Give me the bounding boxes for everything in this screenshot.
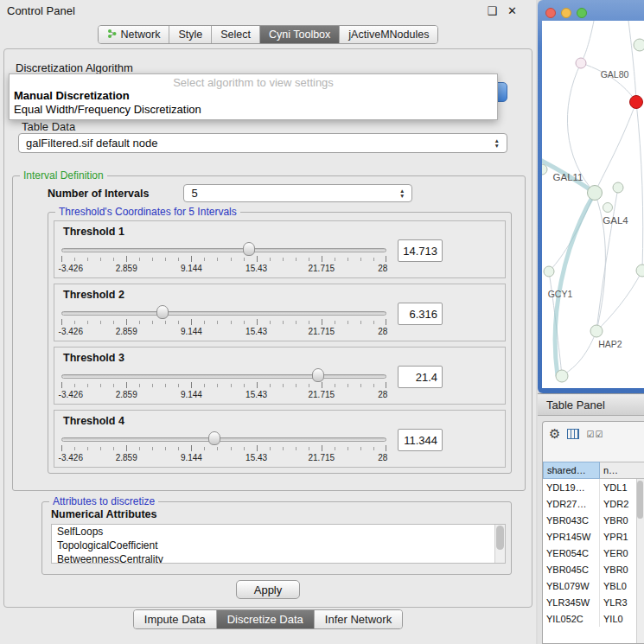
slider-track[interactable] bbox=[61, 374, 386, 379]
algorithm-group-label: Discretization Algorithm bbox=[16, 61, 133, 74]
tab-network[interactable]: Network bbox=[99, 26, 170, 43]
threshold-value-field[interactable]: 6.316 bbox=[398, 303, 443, 325]
top-tabbar: Network Style Select Cyni Toolbox jActiv… bbox=[0, 25, 536, 44]
table-row[interactable]: YDL19…YDL1 bbox=[543, 479, 636, 495]
stepper-icon[interactable]: ▲▼ bbox=[494, 138, 500, 148]
node[interactable] bbox=[613, 182, 623, 193]
tab-impute-data[interactable]: Impute Data bbox=[134, 610, 217, 628]
threshold-slider[interactable]: -3.4262.8599.14415.4321.71528 bbox=[61, 430, 386, 466]
table-header-row: shared… n… bbox=[543, 462, 644, 479]
node-selected-red[interactable] bbox=[630, 96, 643, 109]
node-label: GAL80 bbox=[601, 69, 629, 80]
table-data-label: Table Data bbox=[22, 120, 75, 133]
attributes-title: Attributes to discretize bbox=[49, 495, 158, 507]
close-icon[interactable]: ✕ bbox=[507, 4, 517, 17]
column-header-name[interactable]: n… bbox=[600, 462, 644, 479]
slider-ticks bbox=[61, 321, 386, 324]
tab-infer-network[interactable]: Infer Network bbox=[315, 610, 402, 628]
threshold-panel-3: Threshold 3 -3.4262.8599.14415.4321.7152… bbox=[54, 347, 506, 405]
node-label: HAP2 bbox=[598, 339, 622, 349]
node[interactable] bbox=[636, 265, 644, 277]
attributes-group: Attributes to discretize Numerical Attri… bbox=[41, 495, 512, 575]
interval-definition-group: Interval Definition Number of Intervals … bbox=[12, 169, 526, 491]
node-gal80[interactable] bbox=[576, 58, 586, 68]
threshold-slider[interactable]: -3.4262.8599.14415.4321.71528 bbox=[61, 367, 386, 403]
node-hap2[interactable] bbox=[590, 325, 603, 337]
table-row[interactable]: YER054CYER0 bbox=[543, 545, 636, 561]
network-icon bbox=[107, 29, 117, 41]
list-item[interactable]: TopologicalCoefficient bbox=[52, 539, 505, 552]
threshold-label: Threshold 4 bbox=[63, 415, 498, 427]
node-gal11[interactable] bbox=[542, 164, 547, 175]
table-panel-titlebar: Table Panel bbox=[538, 393, 644, 416]
column-header-shared-name[interactable]: shared… bbox=[543, 462, 600, 479]
table-row[interactable]: YBL079WYBL0 bbox=[543, 577, 636, 594]
number-of-intervals-combo[interactable]: 5 ▲▼ bbox=[183, 184, 412, 202]
screen: Control Panel ❑ ✕ Network Style Select C… bbox=[0, 0, 644, 644]
tab-discretize-data[interactable]: Discretize Data bbox=[217, 610, 315, 628]
threshold-label: Threshold 1 bbox=[63, 226, 498, 238]
table-body: YDL19…YDL1 YDR27…YDR2 YBR043CYBR0 YPR145… bbox=[543, 479, 636, 643]
scrollbar-thumb[interactable] bbox=[496, 526, 504, 550]
threshold-value-field[interactable]: 11.344 bbox=[398, 429, 443, 451]
node[interactable] bbox=[634, 39, 644, 51]
slider-thumb[interactable] bbox=[312, 368, 324, 382]
node-gcy1[interactable] bbox=[544, 266, 554, 277]
slider-thumb[interactable] bbox=[208, 431, 220, 445]
table-row[interactable]: YPR145WYPR1 bbox=[543, 528, 636, 545]
node[interactable] bbox=[556, 370, 568, 382]
list-scrollbar[interactable] bbox=[494, 525, 505, 563]
window-title: Control Panel bbox=[7, 4, 75, 17]
show-columns-icon[interactable] bbox=[567, 429, 579, 439]
table-row[interactable]: YIL052CYIL0 bbox=[543, 610, 636, 627]
algorithm-placeholder-option[interactable]: Select algorithm to view settings bbox=[10, 76, 497, 89]
slider-ticks bbox=[61, 447, 386, 450]
minimize-traffic-icon[interactable] bbox=[561, 8, 571, 18]
stepper-icon[interactable]: ▲▼ bbox=[399, 188, 405, 198]
select-columns-icon[interactable]: ☑☑ bbox=[586, 430, 603, 439]
tab-select[interactable]: Select bbox=[212, 26, 260, 43]
gear-icon[interactable]: ⚙ bbox=[549, 426, 560, 442]
node-gal4[interactable] bbox=[588, 186, 603, 201]
network-canvas[interactable]: GAL80 GAL11 GAL4 GCY1 HAP2 bbox=[542, 21, 644, 388]
algorithm-dropdown-popup: Select algorithm to view settings Manual… bbox=[9, 73, 498, 120]
slider-thumb[interactable] bbox=[243, 242, 255, 256]
threshold-slider[interactable]: -3.4262.8599.14415.4321.71528 bbox=[61, 240, 386, 277]
float-window-icon[interactable]: ❑ bbox=[487, 4, 497, 17]
threshold-slider[interactable]: -3.4262.8599.14415.4321.71528 bbox=[61, 303, 386, 340]
attributes-list: SelfLoops TopologicalCoefficient Between… bbox=[51, 524, 506, 564]
scrollbar-thumb[interactable] bbox=[637, 481, 643, 519]
close-traffic-icon[interactable] bbox=[545, 8, 556, 18]
slider-track[interactable] bbox=[61, 437, 386, 442]
table-row[interactable]: YDR27…YDR2 bbox=[543, 495, 636, 512]
table-row[interactable]: YBR045CYBR0 bbox=[543, 561, 636, 577]
slider-scale: -3.4262.8599.14415.4321.71528 bbox=[61, 327, 386, 337]
algorithm-option-equal-width[interactable]: Equal Width/Frequency Discretization bbox=[10, 103, 497, 117]
threshold-label: Threshold 2 bbox=[63, 289, 498, 301]
list-item[interactable]: SelfLoops bbox=[52, 525, 505, 539]
table-scrollbar[interactable] bbox=[636, 479, 644, 643]
threshold-value-field[interactable]: 14.713 bbox=[398, 239, 443, 262]
table-row[interactable]: YLR345WYLR3 bbox=[543, 594, 636, 610]
apply-button[interactable]: Apply bbox=[236, 580, 300, 599]
tab-style[interactable]: Style bbox=[169, 26, 212, 43]
algorithm-option-manual[interactable]: Manual Discretization bbox=[10, 89, 497, 103]
node-label: GAL11 bbox=[553, 172, 583, 182]
slider-thumb[interactable] bbox=[156, 305, 169, 319]
table-data-combo[interactable]: galFiltered.sif default node ▲▼ bbox=[18, 133, 507, 153]
list-item[interactable]: BetweennessCentrality bbox=[52, 552, 505, 564]
node-label: GAL4 bbox=[603, 215, 628, 226]
node[interactable] bbox=[603, 203, 613, 213]
tab-label: Network bbox=[121, 29, 161, 41]
tab-jactivemnodules[interactable]: jActiveMNodules bbox=[340, 26, 437, 43]
tab-cyni-toolbox[interactable]: Cyni Toolbox bbox=[260, 26, 340, 43]
cyni-toolbox-panel: Discretization Algorithm ▲▼ Select algor… bbox=[3, 48, 532, 608]
slider-track[interactable] bbox=[61, 248, 386, 252]
node-labels: GAL80 GAL11 GAL4 GCY1 HAP2 bbox=[548, 69, 629, 349]
threshold-value-field[interactable]: 21.4 bbox=[398, 366, 443, 388]
network-view-window[interactable]: GAL80 GAL11 GAL4 GCY1 HAP2 bbox=[538, 0, 644, 393]
control-panel-titlebar: Control Panel ❑ ✕ bbox=[0, 0, 536, 21]
slider-track[interactable] bbox=[61, 311, 386, 316]
table-row[interactable]: YBR043CYBR0 bbox=[543, 512, 636, 528]
zoom-traffic-icon[interactable] bbox=[577, 8, 587, 18]
